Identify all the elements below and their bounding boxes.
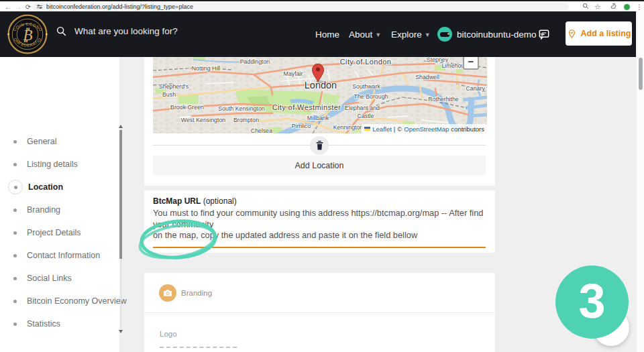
ukraine-flag-icon xyxy=(364,127,370,131)
page-scrollbar-thumb[interactable] xyxy=(639,58,643,90)
sidebar-item-social-links[interactable]: Social Links xyxy=(0,267,119,290)
btcmap-description-line1: You must to find your community using th… xyxy=(153,208,488,230)
btcmap-url-input[interactable] xyxy=(153,231,486,248)
bitcoin-economy-confederation-logo[interactable]: BITCOIN ECONOMY CONFEDERATION ₿ xyxy=(7,13,48,55)
user-avatar[interactable] xyxy=(437,27,452,42)
search-icon xyxy=(56,26,66,36)
sidebar-item-statistics[interactable]: Statistics xyxy=(0,312,119,335)
map-label: Castle xyxy=(358,113,374,119)
btcmap-url-title: BtcMap URL xyxy=(153,196,201,206)
delete-location-button[interactable] xyxy=(310,136,329,155)
sidebar-item-project-details[interactable]: Project Details xyxy=(0,221,119,244)
avatar-accent-dot xyxy=(447,33,449,35)
search-input[interactable] xyxy=(73,25,244,37)
sidebar-item-label: General xyxy=(27,137,56,146)
lens-icon[interactable] xyxy=(581,3,590,11)
bullet-icon xyxy=(8,317,21,331)
sidebar-item-bitcoin-economy-overview[interactable]: Bitcoin Economy Overview xyxy=(0,290,119,312)
step-number: 3 xyxy=(578,277,605,325)
browser-reload-button[interactable]: ⟳ xyxy=(23,3,33,11)
map-label: Kennington xyxy=(333,124,364,131)
map-label: The Borough xyxy=(354,93,388,100)
sidebar-item-label: Location xyxy=(28,182,63,192)
map-label: Bush xyxy=(162,91,176,98)
form-steps-sidebar: GeneralListing detailsLocationBrandingPr… xyxy=(0,57,119,352)
logo-field-label: Logo xyxy=(160,330,177,338)
site-header: BITCOIN ECONOMY CONFEDERATION ₿ Home Abo… xyxy=(0,11,637,57)
sidebar-item-label: Listing details xyxy=(27,160,78,169)
user-menu[interactable]: bitcoinubuntu-demo▼ xyxy=(457,30,545,40)
sidebar-item-general[interactable]: General xyxy=(0,130,119,153)
bitcoin-symbol: ₿ xyxy=(22,26,32,44)
trash-icon xyxy=(315,141,324,150)
btcmap-optional-tag: (optional) xyxy=(203,196,237,206)
camera-icon xyxy=(163,289,172,297)
map-label: Brook Green xyxy=(170,104,204,111)
map-label: Shepherd's xyxy=(159,83,189,90)
sidebar-item-branding[interactable]: Branding xyxy=(0,198,119,221)
bullet-icon xyxy=(8,294,21,308)
leaflet-link[interactable]: Leaflet xyxy=(372,125,392,133)
map-label: Canary W xyxy=(466,85,487,92)
browser-back-button[interactable]: ← xyxy=(3,3,13,11)
sidebar-item-location[interactable]: Location xyxy=(0,176,119,198)
add-location-button[interactable]: Add Location xyxy=(153,156,486,176)
map-zoom-out-button[interactable]: − xyxy=(463,57,479,70)
chevron-down-icon: ▼ xyxy=(425,32,431,38)
logo-upload-dropzone[interactable] xyxy=(160,347,237,352)
chat-icon[interactable] xyxy=(537,28,551,44)
nav-home[interactable]: Home xyxy=(315,30,339,40)
bullet-icon xyxy=(8,135,21,148)
sidebar-item-label: Social Links xyxy=(27,274,72,283)
bullet-icon xyxy=(8,158,21,171)
branding-card-header: Branding xyxy=(144,273,495,313)
url-text: bitcoinconfederation.org/add-listing/?li… xyxy=(46,3,193,10)
address-bar[interactable]: bitcoinconfederation.org/add-listing/?li… xyxy=(32,3,569,11)
bullet-icon xyxy=(8,272,21,285)
header-search xyxy=(56,25,244,37)
map-label: Brompton xyxy=(233,117,259,123)
extensions-icon[interactable] xyxy=(609,3,619,11)
map-label: City of Westminster xyxy=(272,103,341,111)
attribution-copyright: © xyxy=(397,125,402,133)
sidebar-scrollbar[interactable] xyxy=(119,125,123,333)
map-label: Mayfair xyxy=(284,70,303,77)
add-a-listing-button[interactable]: Add a listing xyxy=(566,21,632,46)
browser-profile-avatar[interactable] xyxy=(624,4,630,10)
map-label: City of London xyxy=(340,58,392,66)
nav-about[interactable]: About▼ xyxy=(349,30,381,40)
bullet-icon xyxy=(8,249,21,262)
sidebar-item-listing-details[interactable]: Listing details xyxy=(0,153,119,176)
sidebar-item-label: Bitcoin Economy Overview xyxy=(27,296,127,306)
scroll-down-icon[interactable] xyxy=(119,330,123,333)
attribution-divider: | xyxy=(394,125,395,133)
sidebar-item-label: Project Details xyxy=(27,228,81,237)
page-scrollbar[interactable] xyxy=(636,11,644,352)
sidebar-item-label: Branding xyxy=(27,205,60,215)
branding-avatar xyxy=(159,284,176,302)
browser-forward-button[interactable]: → xyxy=(13,3,23,11)
nav-explore[interactable]: Explore▼ xyxy=(391,30,431,40)
leaflet-map[interactable]: PaddingtonCity of LondonStepneyLimehouse… xyxy=(153,57,487,133)
scrollbar-thumb[interactable] xyxy=(119,130,122,259)
map-label: South Kensington xyxy=(218,105,265,112)
scroll-up-icon[interactable] xyxy=(119,125,123,128)
openstreetmap-link[interactable]: OpenStreetMap xyxy=(404,125,449,133)
add-a-listing-label: Add a listing xyxy=(581,29,631,38)
bookmark-star-icon[interactable]: ☆ xyxy=(593,3,602,11)
map-label: West Kensington xyxy=(181,117,225,123)
sidebar-item-contact-information[interactable]: Contact Information xyxy=(0,244,119,267)
map-label: Pimlico xyxy=(292,123,311,129)
attribution-suffix: contributors xyxy=(451,125,484,133)
bullet-icon xyxy=(8,203,21,217)
browser-menu-icon[interactable]: ⋮ xyxy=(635,3,644,11)
map-label: Elephant and xyxy=(345,105,380,111)
page: ← → ⟳ bitcoinconfederation.org/add-listi… xyxy=(0,0,644,352)
branding-card: Branding Logo xyxy=(144,273,495,352)
btcmap-card: BtcMap URL (optional) You must to find y… xyxy=(144,190,495,253)
step-3-badge: 3 xyxy=(555,266,629,339)
sidebar-item-label: Contact Information xyxy=(27,251,100,260)
map-label: Millbank xyxy=(307,115,329,121)
bullet-icon xyxy=(8,226,21,239)
chevron-down-icon: ▼ xyxy=(375,32,381,38)
